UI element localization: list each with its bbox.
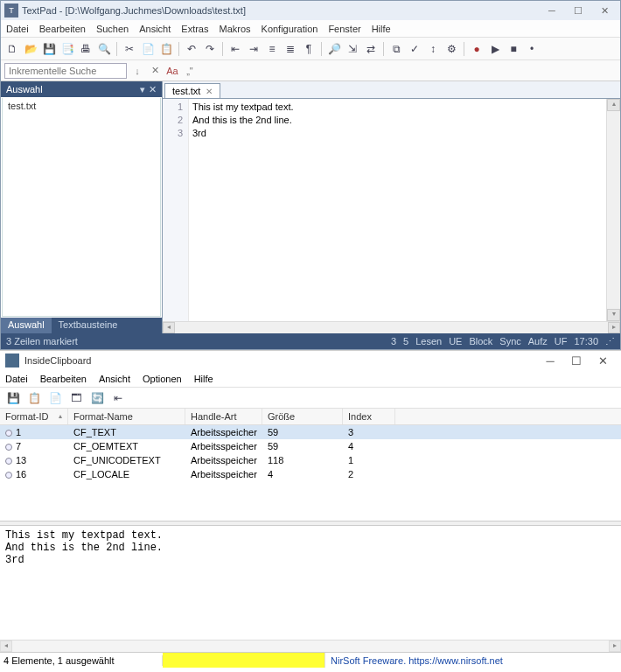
paste-icon[interactable]: 📋 — [158, 41, 174, 57]
scroll-down-icon[interactable]: ▾ — [607, 309, 620, 321]
sort-icon[interactable]: ↕ — [425, 41, 441, 57]
list-item[interactable]: test.txt — [4, 100, 158, 112]
menu-konfiguration[interactable]: Konfiguration — [262, 24, 318, 34]
code-line[interactable]: 3rd — [192, 127, 603, 140]
scroll-left-icon[interactable]: ◂ — [163, 322, 175, 333]
menu-datei[interactable]: Datei — [6, 24, 29, 34]
preview-scrollbar[interactable]: ◂ ▸ — [0, 640, 621, 652]
cut-icon[interactable]: ✂ — [122, 41, 137, 57]
menu-hilfe[interactable]: Hilfe — [194, 374, 213, 384]
code-line[interactable]: This ist my textpad text. — [192, 101, 603, 114]
exit-icon[interactable]: ⇤ — [110, 390, 126, 406]
tab-close-icon[interactable]: ✕ — [206, 87, 213, 96]
header-handle-art[interactable]: Handle-Art — [185, 409, 262, 424]
tools-icon[interactable]: ⚙ — [443, 41, 459, 57]
code-area[interactable]: This ist my textpad text. And this is th… — [189, 99, 606, 321]
dot-icon[interactable]: • — [524, 41, 540, 57]
saveall-icon[interactable]: 📑 — [59, 41, 75, 57]
table-row[interactable]: 16CF_LOCALEArbeitsspeicher42 — [0, 467, 621, 481]
spell-icon[interactable]: ✓ — [407, 41, 422, 57]
header-format-id[interactable]: Format-ID▴ — [0, 409, 68, 424]
preview-icon[interactable]: 🔍 — [96, 41, 112, 57]
indent-icon[interactable]: ≡ — [264, 41, 280, 57]
ic-titlebar[interactable]: InsideClipboard ─ ☐ ✕ — [0, 351, 621, 370]
file-list[interactable]: test.txt — [2, 98, 161, 317]
find-next-icon[interactable]: ⇲ — [345, 41, 360, 57]
menu-hilfe[interactable]: Hilfe — [372, 24, 391, 34]
search-close-icon[interactable]: ✕ — [148, 64, 162, 78]
line-number: 1 — [163, 101, 183, 114]
minimize-button[interactable]: ─ — [540, 3, 564, 18]
record-icon[interactable]: ● — [469, 41, 485, 57]
scroll-right-icon[interactable]: ▸ — [609, 640, 621, 652]
undo-icon[interactable]: ↶ — [184, 41, 199, 57]
statusbar: 3 Zeilen markiert 3 5 Lesen UE Block Syn… — [1, 333, 620, 349]
menu-bearbeiten[interactable]: Bearbeiten — [40, 374, 87, 384]
print-icon[interactable]: 🖶 — [78, 41, 94, 57]
replace-icon[interactable]: ⇄ — [363, 41, 379, 57]
app-icon — [5, 354, 19, 368]
save-icon[interactable]: 💾 — [41, 41, 57, 57]
stop-icon[interactable]: ■ — [506, 41, 521, 57]
maximize-button[interactable]: ☐ — [566, 3, 590, 18]
tab-textbausteine[interactable]: Textbausteine — [52, 318, 125, 333]
copy-icon[interactable]: 📋 — [26, 390, 42, 406]
find-icon[interactable]: 🔎 — [326, 41, 342, 57]
new-icon[interactable]: 🗋 — [4, 41, 20, 57]
tab-document[interactable]: test.txt ✕ — [164, 83, 220, 98]
save-icon[interactable]: 💾 — [5, 390, 21, 406]
scroll-right-icon[interactable]: ▸ — [608, 322, 620, 333]
pilcrow-icon[interactable]: ¶ — [301, 41, 317, 57]
minimize-button[interactable]: ─ — [537, 353, 563, 368]
outdent-icon[interactable]: ≣ — [283, 41, 298, 57]
cell-size: 118 — [262, 453, 343, 467]
grip-icon[interactable]: ⋰ — [605, 336, 615, 347]
status-link[interactable]: NirSoft Freeware. https://www.nirsoft.ne… — [325, 655, 508, 666]
clipboard-preview[interactable]: This ist my textpad text. And this is th… — [0, 526, 621, 640]
close-button[interactable]: ✕ — [592, 3, 617, 18]
search-input[interactable] — [4, 63, 127, 79]
play-icon[interactable]: ▶ — [487, 41, 503, 57]
menu-suchen[interactable]: Suchen — [96, 24, 129, 34]
shift-left-icon[interactable]: ⇤ — [227, 41, 243, 57]
menu-optionen[interactable]: Optionen — [143, 374, 182, 384]
horizontal-scrollbar[interactable]: ◂ ▸ — [163, 321, 620, 333]
editor[interactable]: 1 2 3 This ist my textpad text. And this… — [163, 99, 620, 321]
dropdown-icon[interactable]: ▾ — [140, 84, 145, 95]
scroll-left-icon[interactable]: ◂ — [0, 640, 12, 652]
vertical-scrollbar[interactable]: ▴ ▾ — [606, 99, 620, 321]
menu-fenster[interactable]: Fenster — [328, 24, 360, 34]
pin-icon[interactable]: ✕ — [149, 84, 157, 95]
code-line[interactable]: And this is the 2nd line. — [192, 114, 603, 127]
table-row[interactable]: 13CF_UNICODETEXTArbeitsspeicher1181 — [0, 453, 621, 467]
tab-auswahl[interactable]: Auswahl — [1, 318, 52, 333]
menu-ansicht[interactable]: Ansicht — [99, 374, 130, 384]
word-icon[interactable]: „" — [183, 64, 197, 78]
menu-extras[interactable]: Extras — [181, 24, 208, 34]
table-row[interactable]: 7CF_OEMTEXTArbeitsspeicher594 — [0, 439, 621, 453]
menu-makros[interactable]: Makros — [219, 24, 250, 34]
header-groesse[interactable]: Größe — [262, 409, 343, 424]
header-format-name[interactable]: Format-Name — [68, 409, 185, 424]
cell-index: 4 — [343, 439, 395, 453]
shift-right-icon[interactable]: ⇥ — [246, 41, 262, 57]
paste-icon[interactable]: 📄 — [47, 390, 63, 406]
compare-icon[interactable]: ⧉ — [388, 41, 404, 57]
close-button[interactable]: ✕ — [590, 353, 616, 368]
menu-datei[interactable]: Datei — [5, 374, 28, 384]
menu-ansicht[interactable]: Ansicht — [139, 24, 171, 34]
menu-bearbeiten[interactable]: Bearbeiten — [39, 24, 86, 34]
search-down-icon[interactable]: ↓ — [130, 64, 144, 78]
maximize-button[interactable]: ☐ — [563, 353, 590, 368]
redo-icon[interactable]: ↷ — [202, 41, 218, 57]
case-icon[interactable]: Aa — [165, 64, 179, 78]
refresh-icon[interactable]: 🔄 — [89, 390, 105, 406]
properties-icon[interactable]: 🗔 — [68, 390, 84, 406]
open-icon[interactable]: 📂 — [23, 41, 38, 57]
status-line: 3 — [391, 336, 396, 347]
table-row[interactable]: 1CF_TEXTArbeitsspeicher593 — [0, 425, 621, 439]
copy-icon[interactable]: 📄 — [140, 41, 156, 57]
header-index[interactable]: Index — [343, 409, 395, 424]
titlebar[interactable]: T TextPad - [D:\Wolfgang.Juchmes\Downloa… — [1, 1, 620, 20]
scroll-up-icon[interactable]: ▴ — [607, 99, 620, 111]
